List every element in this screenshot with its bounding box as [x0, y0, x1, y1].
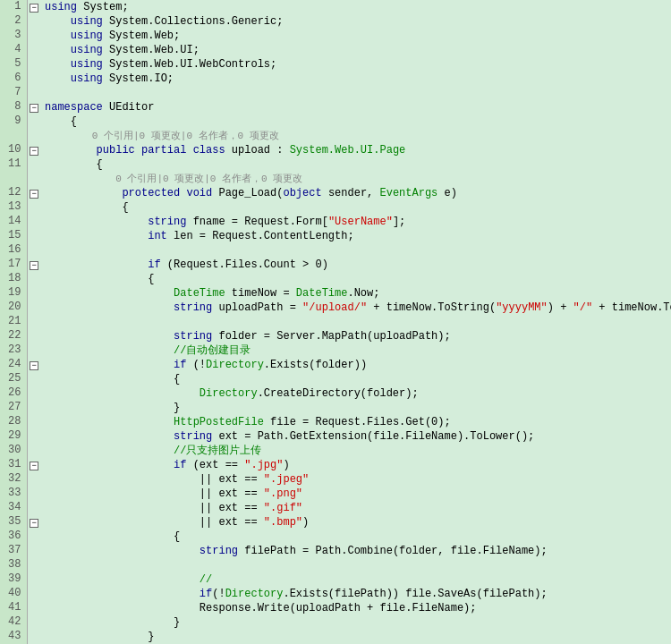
code-content: HttpPostedFile file = Request.Files.Get(… — [41, 415, 671, 429]
code-content: } — [41, 401, 671, 415]
line-number: 25 — [0, 372, 27, 386]
line-number: 27 — [0, 401, 27, 415]
line-number: 1 — [0, 0, 27, 14]
collapse-button — [27, 315, 41, 329]
code-content: || ext == ".bmp") — [41, 515, 671, 530]
collapse-button — [27, 401, 41, 415]
collapse-button — [27, 572, 41, 587]
line-number: 6 — [0, 72, 27, 86]
collapse-icon[interactable]: − — [30, 462, 38, 470]
collapse-button — [27, 301, 41, 315]
code-content: } — [41, 615, 671, 630]
line-number: 31 — [0, 458, 27, 472]
collapse-button — [27, 243, 41, 258]
collapse-button — [27, 429, 41, 444]
code-content: int len = Request.ContentLength; — [41, 229, 671, 243]
line-number: 24 — [0, 358, 27, 372]
line-number: 29 — [0, 429, 27, 444]
collapse-icon[interactable]: − — [30, 104, 38, 113]
line-number: 21 — [0, 315, 27, 329]
collapse-icon[interactable]: − — [30, 147, 38, 156]
line-number — [0, 129, 27, 143]
line-number — [0, 172, 27, 186]
line-number: 17 — [0, 258, 27, 272]
code-content: string ext = Path.GetExtension(file.File… — [41, 429, 671, 444]
line-number: 7 — [0, 86, 27, 100]
collapse-button[interactable]: − — [27, 186, 41, 200]
line-number: 43 — [0, 630, 27, 644]
code-content: string filePath = Path.Combine(folder, f… — [41, 544, 671, 558]
code-content: { — [41, 372, 671, 386]
collapse-button — [27, 487, 41, 501]
code-editor: 1−using System;2 using System.Collection… — [0, 0, 671, 644]
line-number: 42 — [0, 615, 27, 630]
code-content: using System.Web.UI.WebControls; — [41, 57, 671, 72]
collapse-button — [27, 29, 41, 43]
code-content: Response.Write(uploadPath + file.FileNam… — [41, 601, 671, 615]
code-content: if (Request.Files.Count > 0) — [41, 258, 671, 272]
collapse-button — [27, 501, 41, 515]
collapse-button[interactable]: − — [27, 458, 41, 472]
code-content: { — [41, 200, 671, 215]
collapse-icon[interactable]: − — [30, 519, 38, 528]
line-number: 16 — [0, 243, 27, 258]
collapse-button — [27, 630, 41, 644]
code-content: if(!Directory.Exists(filePath)) file.Sav… — [41, 587, 671, 601]
collapse-button — [27, 157, 41, 172]
collapse-button — [27, 272, 41, 286]
line-number: 35 — [0, 515, 27, 530]
line-number: 36 — [0, 530, 27, 544]
line-number: 10 — [0, 143, 27, 157]
code-content: { — [41, 157, 671, 172]
collapse-icon[interactable]: − — [30, 190, 38, 199]
line-number: 8 — [0, 100, 27, 114]
collapse-button — [27, 530, 41, 544]
collapse-icon[interactable]: − — [30, 4, 38, 13]
line-number: 15 — [0, 229, 27, 243]
code-content: // — [41, 572, 671, 587]
collapse-button[interactable]: − — [27, 358, 41, 372]
collapse-button[interactable]: − — [27, 143, 41, 157]
collapse-button — [27, 43, 41, 57]
collapse-button — [27, 14, 41, 29]
collapse-button — [27, 601, 41, 615]
code-content: { — [41, 530, 671, 544]
line-number: 39 — [0, 572, 27, 587]
line-number: 4 — [0, 43, 27, 57]
line-number: 40 — [0, 587, 27, 601]
collapse-button — [27, 415, 41, 429]
code-content: if (ext == ".jpg") — [41, 458, 671, 472]
code-content: //自动创建目录 — [41, 343, 671, 358]
line-number: 11 — [0, 157, 27, 172]
code-content: public partial class upload : System.Web… — [41, 143, 671, 157]
collapse-button — [27, 472, 41, 487]
collapse-button — [27, 86, 41, 100]
code-content: namespace UEditor — [41, 100, 671, 114]
hint-line: 0 个引用|0 项更改|0 名作者，0 项更改 — [41, 129, 671, 143]
collapse-button — [27, 615, 41, 630]
collapse-icon[interactable]: − — [30, 261, 38, 270]
code-content: string fname = Request.Form["UserName"]; — [41, 215, 671, 229]
collapse-button — [27, 329, 41, 343]
collapse-icon[interactable]: − — [30, 361, 38, 370]
collapse-button[interactable]: − — [27, 258, 41, 272]
collapse-button[interactable]: − — [27, 0, 41, 14]
line-number: 37 — [0, 544, 27, 558]
line-number: 5 — [0, 57, 27, 72]
collapse-button — [27, 343, 41, 358]
code-content: using System.IO; — [41, 72, 671, 86]
line-number: 33 — [0, 487, 27, 501]
line-number: 20 — [0, 301, 27, 315]
code-content — [41, 86, 671, 100]
hint-line: 0 个引用|0 项更改|0 名作者，0 项更改 — [41, 172, 671, 186]
line-number: 22 — [0, 329, 27, 343]
collapse-button[interactable]: − — [27, 515, 41, 530]
line-number: 2 — [0, 14, 27, 29]
collapse-button[interactable]: − — [27, 100, 41, 114]
code-content: string folder = Server.MapPath(uploadPat… — [41, 329, 671, 343]
code-content: protected void Page_Load(object sender, … — [41, 186, 671, 200]
collapse-button — [27, 229, 41, 243]
line-number: 3 — [0, 29, 27, 43]
collapse-button — [27, 200, 41, 215]
line-number: 32 — [0, 472, 27, 487]
